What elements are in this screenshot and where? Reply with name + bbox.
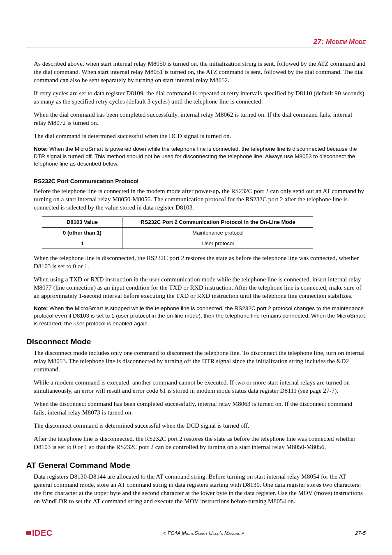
table-cell: 0 (other than 1): [42, 227, 123, 238]
paragraph: If retry cycles are set to data register…: [34, 89, 366, 106]
chapter-title: Modem Mode: [326, 38, 366, 46]
paragraph: As described above, when start internal …: [34, 60, 366, 84]
table-header-cell: D8103 Value: [42, 216, 123, 227]
paragraph: When using a TXD or RXD instruction in t…: [34, 275, 366, 300]
subheading: RS232C Port Communication Protocol: [34, 178, 366, 184]
footer-manual-title: « FC4A MicroSmart User's Manual »: [163, 530, 244, 536]
page-number: 27-5: [355, 530, 366, 536]
section-heading-disconnect: Disconnect Mode: [26, 337, 366, 346]
paragraph: The dial command is determined successfu…: [34, 132, 366, 140]
note: Note: When the MicroSmart is stopped whi…: [34, 305, 366, 327]
paragraph: Before the telephone line is connected i…: [34, 187, 366, 212]
paragraph: The disconnect mode includes only one co…: [34, 349, 366, 373]
section-heading-at-general: AT General Command Mode: [26, 461, 366, 470]
brand-logo: IDEC: [26, 528, 53, 538]
paragraph: When the disconnect command has been com…: [34, 400, 366, 416]
table-header-row: D8103 Value RS232C Port 2 Communication …: [42, 216, 313, 227]
chapter-number: 27:: [314, 38, 324, 46]
paragraph: Data registers D8130-D8144 are allocated…: [34, 472, 366, 505]
protocol-table: D8103 Value RS232C Port 2 Communication …: [42, 216, 313, 249]
table-cell: User protocol: [123, 238, 314, 249]
note: Note: When the MicroSmart is powered dow…: [34, 145, 366, 168]
table-cell: Maintenance protocol: [123, 227, 314, 238]
note-text: When the MicroSmart is powered down whil…: [34, 146, 357, 167]
paragraph: While a modem command is executed, anoth…: [34, 378, 366, 395]
brand-square-icon: [26, 531, 31, 535]
page-footer: IDEC « FC4A MicroSmart User's Manual » 2…: [26, 528, 366, 538]
brand-text: IDEC: [32, 528, 53, 538]
table-header-cell: RS232C Port 2 Communication Protocol in …: [123, 216, 314, 227]
chapter-header: 27: Modem Mode: [26, 38, 366, 48]
paragraph: When the telephone line is disconnected,…: [34, 254, 366, 270]
note-label: Note:: [34, 146, 48, 152]
paragraph: After the telephone line is disconnected…: [34, 435, 366, 451]
table-row: 1 User protocol: [42, 238, 313, 249]
table-cell: 1: [42, 238, 123, 249]
note-label: Note:: [34, 305, 48, 311]
note-text: When the MicroSmart is stopped while the…: [34, 305, 365, 327]
paragraph: The disconnect command is determined suc…: [34, 421, 366, 430]
paragraph: When the dial command has been completed…: [34, 111, 366, 127]
table-row: 0 (other than 1) Maintenance protocol: [42, 227, 313, 238]
